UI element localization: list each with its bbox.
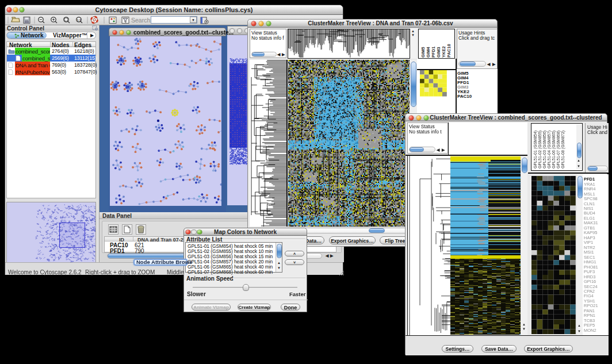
- svg-text:1:1: 1:1: [77, 18, 81, 22]
